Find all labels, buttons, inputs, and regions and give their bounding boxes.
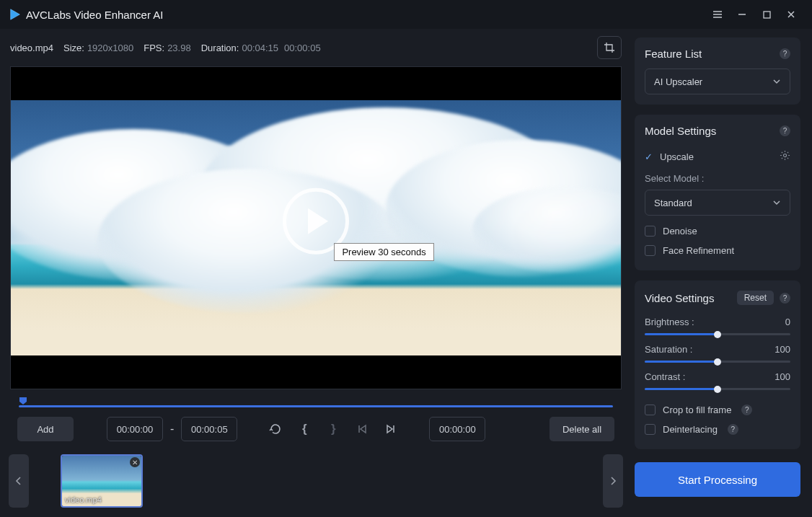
model-settings-title: Model Settings xyxy=(645,125,716,137)
controls-row: Add 00:00:00 - 00:00:05 { } 00:00:00 xyxy=(0,411,632,450)
menu-icon[interactable] xyxy=(705,4,730,25)
sidebar: Feature List ? AI Upscaler Model Setting… xyxy=(632,29,812,517)
saturation-value: 100 xyxy=(775,344,790,355)
crop-fill-label: Crop to fill frame xyxy=(663,405,731,415)
timeline-track[interactable] xyxy=(19,405,613,407)
svg-rect-0 xyxy=(764,12,770,18)
minimize-button[interactable] xyxy=(730,4,754,25)
feature-list-title: Feature List xyxy=(645,48,702,60)
trim-end-input[interactable]: 00:00:05 xyxy=(181,417,237,441)
video-settings-title: Video Settings xyxy=(645,292,714,304)
size-label: Size: xyxy=(63,43,84,53)
fps-label: FPS: xyxy=(144,43,164,53)
app-logo: AVCLabs Video Enhancer AI xyxy=(9,8,163,21)
start-processing-button[interactable]: Start Processing xyxy=(635,462,800,497)
undo-icon xyxy=(269,423,282,436)
check-icon: ✓ xyxy=(645,151,653,162)
play-logo-icon xyxy=(9,8,22,21)
brightness-label: Brightness : xyxy=(645,317,694,327)
clip-thumbnail[interactable]: ✕ video.mp4 xyxy=(61,454,143,508)
help-icon[interactable]: ? xyxy=(780,293,790,304)
crop-icon xyxy=(604,42,615,53)
model-settings-panel: Model Settings ? ✓ Upscale Select Model … xyxy=(635,115,800,270)
crop-button[interactable] xyxy=(597,36,622,59)
saturation-slider[interactable] xyxy=(645,361,790,363)
playhead-time[interactable]: 00:00:00 xyxy=(429,417,485,441)
bracket-right-icon: } xyxy=(331,422,336,436)
thumbs-next-button[interactable] xyxy=(603,454,623,508)
help-icon[interactable]: ? xyxy=(728,424,738,435)
thumbs-prev-button[interactable] xyxy=(9,454,29,508)
preview-tooltip: Preview 30 seconds xyxy=(334,243,433,261)
select-model-label: Select Model : xyxy=(645,173,790,184)
size-value: 1920x1080 xyxy=(87,43,133,53)
contrast-label: Contrast : xyxy=(645,371,685,382)
fps-value: 23.98 xyxy=(167,43,191,53)
contrast-slider[interactable] xyxy=(645,388,790,390)
help-icon[interactable]: ? xyxy=(741,405,752,415)
upscale-label: Upscale xyxy=(660,151,694,162)
timeline[interactable] xyxy=(19,397,613,411)
titlebar: AVCLabs Video Enhancer AI xyxy=(0,0,812,29)
thumbnails-row: ✕ video.mp4 xyxy=(0,450,632,516)
contrast-value: 100 xyxy=(775,371,790,382)
elapsed-value: 00:00:05 xyxy=(284,43,321,53)
file-name: video.mp4 xyxy=(10,43,53,53)
thumbnail-label: video.mp4 xyxy=(65,495,102,504)
denoise-checkbox[interactable] xyxy=(645,226,656,237)
bracket-left-icon: { xyxy=(302,422,307,436)
brightness-slider[interactable] xyxy=(645,333,790,335)
model-select[interactable]: Standard xyxy=(645,190,790,216)
deinterlacing-checkbox[interactable] xyxy=(645,424,656,435)
deinterlacing-label: Deinterlacing xyxy=(663,424,718,435)
model-select-value: Standard xyxy=(654,198,692,208)
gear-icon xyxy=(780,150,790,161)
feature-select-value: AI Upscaler xyxy=(654,76,702,87)
chevron-down-icon xyxy=(772,198,781,207)
prev-frame-button[interactable] xyxy=(351,418,373,440)
brightness-value: 0 xyxy=(785,317,790,327)
bracket-right-button[interactable]: } xyxy=(322,418,344,440)
undo-button[interactable] xyxy=(265,418,286,440)
contrast-row: Contrast : 100 xyxy=(645,368,790,396)
video-settings-panel: Video Settings Reset ? Brightness : 0 xyxy=(635,280,800,449)
crop-fill-checkbox[interactable] xyxy=(645,405,656,415)
bracket-left-button[interactable]: { xyxy=(294,418,315,440)
saturation-label: Saturation : xyxy=(645,344,693,355)
reset-button[interactable]: Reset xyxy=(737,291,774,305)
close-icon: ✕ xyxy=(132,459,138,467)
prev-icon xyxy=(356,423,368,435)
duration-label: Duration: xyxy=(201,43,239,53)
upscale-settings-button[interactable] xyxy=(780,150,790,163)
chevron-right-icon xyxy=(609,476,617,486)
add-button[interactable]: Add xyxy=(17,417,74,441)
file-info-row: video.mp4 Size: 1920x1080 FPS: 23.98 Dur… xyxy=(0,29,632,66)
timeline-marker-icon[interactable] xyxy=(19,397,27,405)
svg-point-1 xyxy=(783,154,786,156)
feature-list-panel: Feature List ? AI Upscaler xyxy=(635,37,800,105)
close-button[interactable] xyxy=(779,4,803,25)
play-icon xyxy=(308,208,328,234)
maximize-button[interactable] xyxy=(754,4,779,25)
help-icon[interactable]: ? xyxy=(780,48,790,59)
chevron-down-icon xyxy=(772,77,781,86)
video-preview[interactable]: Preview 30 seconds xyxy=(10,66,622,389)
trim-separator: - xyxy=(170,423,174,436)
brightness-row: Brightness : 0 xyxy=(645,314,790,341)
face-refinement-label: Face Refinement xyxy=(663,245,734,256)
app-title: AVCLabs Video Enhancer AI xyxy=(26,9,163,21)
chevron-left-icon xyxy=(15,476,22,486)
saturation-row: Saturation : 100 xyxy=(645,341,790,368)
delete-all-button[interactable]: Delete all xyxy=(550,417,614,441)
trim-start-input[interactable]: 00:00:00 xyxy=(107,417,163,441)
face-refinement-checkbox[interactable] xyxy=(645,245,656,256)
feature-select[interactable]: AI Upscaler xyxy=(645,69,790,94)
denoise-label: Denoise xyxy=(663,226,697,237)
next-icon xyxy=(385,423,397,435)
next-frame-button[interactable] xyxy=(380,418,402,440)
help-icon[interactable]: ? xyxy=(780,125,790,136)
thumbnail-close-button[interactable]: ✕ xyxy=(130,457,140,467)
main-area: video.mp4 Size: 1920x1080 FPS: 23.98 Dur… xyxy=(0,29,632,517)
duration-value: 00:04:15 xyxy=(242,43,278,53)
